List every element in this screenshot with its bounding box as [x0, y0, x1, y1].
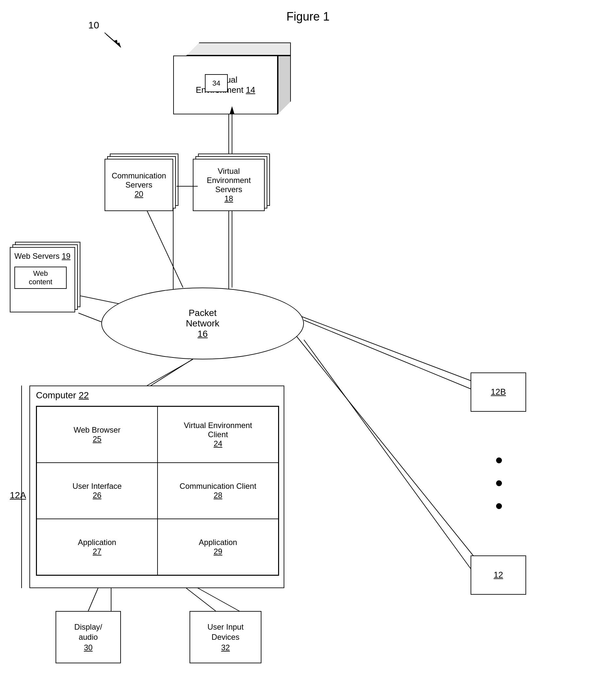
comm-client-cell: Communication Client28: [157, 463, 279, 519]
figure-title: Figure 1: [286, 10, 329, 24]
dot-3: [496, 503, 502, 509]
svg-line-18: [147, 211, 183, 288]
svg-line-8: [294, 314, 484, 385]
ve-ref: 14: [246, 85, 255, 95]
dot-2: [496, 480, 502, 486]
virtual-environment-box: VirtualEnvironment 14 34: [173, 42, 278, 114]
svg-line-13: [106, 34, 121, 47]
application29-cell: Application 29: [157, 519, 279, 575]
web-content-box: Web content: [14, 267, 67, 289]
ve-client-cell: Virtual EnvironmentClient 24: [157, 407, 279, 463]
web-browser-cell: Web Browser25: [37, 407, 157, 463]
web-servers-label: Web Servers 19: [14, 252, 71, 261]
svg-line-9: [294, 333, 484, 569]
packet-network-ref: 16: [197, 329, 208, 339]
ve-box-front: VirtualEnvironment 14 34: [173, 55, 278, 114]
svg-line-21: [147, 360, 193, 385]
ve-servers-front: VirtualEnvironmentServers 18: [193, 159, 265, 211]
application27-cell: Application 27: [37, 519, 157, 575]
svg-line-0: [105, 33, 118, 44]
display-audio-box: Display/audio 30: [56, 611, 121, 663]
comm-servers-front: CommunicationServers 20: [105, 159, 173, 211]
ve-servers-stack: VirtualEnvironmentServers 18: [193, 154, 268, 209]
computer22-grid: Web Browser25 Virtual EnvironmentClient …: [36, 406, 279, 576]
web-servers-stack: Web Servers 19 Web content: [10, 242, 78, 310]
svg-line-25: [186, 588, 216, 611]
packet-network-ellipse: PacketNetwork 16: [101, 288, 304, 360]
user-interface-cell: User Interface 26: [37, 463, 157, 519]
packet-network-label: PacketNetwork: [186, 308, 220, 329]
node-12-box: 12: [471, 556, 526, 595]
comm-servers-stack: CommunicationServers 20: [105, 154, 177, 209]
node-12b-box: 12B: [471, 373, 526, 412]
svg-marker-1: [114, 40, 118, 44]
diagram-container: Figure 1 10: [0, 0, 616, 678]
computer22-container: Computer 22 Web Browser25 Virtual Enviro…: [29, 385, 284, 588]
inner-box-34: 34: [205, 74, 228, 92]
web-servers-front: Web Servers 19 Web content: [10, 247, 75, 312]
ve-box-top: [186, 42, 291, 55]
svg-line-22: [304, 320, 471, 389]
ref-12a-label: 12A: [10, 490, 26, 500]
brace-line: [21, 385, 22, 588]
svg-line-24: [88, 588, 98, 611]
svg-marker-14: [117, 42, 121, 47]
computer22-label: Computer 22: [36, 390, 89, 401]
svg-line-23: [304, 340, 471, 569]
user-input-devices-box: User InputDevices 32: [189, 611, 261, 663]
svg-line-20: [78, 313, 101, 322]
ref-10: 10: [88, 20, 99, 31]
ve-box-side: [278, 55, 291, 114]
dot-1: [496, 457, 502, 463]
